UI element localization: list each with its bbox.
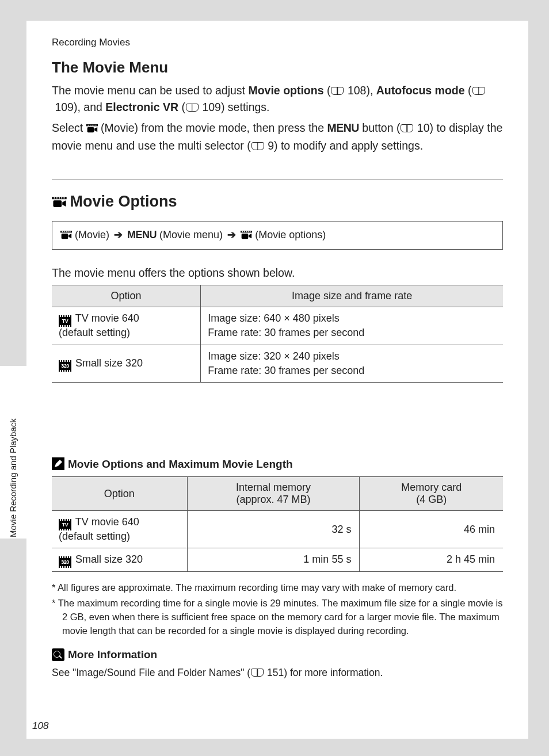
note-title-text: Movie Options and Maximum Movie Length (68, 458, 293, 470)
svg-rect-8 (54, 197, 55, 198)
col-header-memory-card: Memory card (4 GB) (360, 477, 503, 511)
movie-icon (86, 121, 98, 138)
option-name: TV movie 640 (75, 516, 139, 528)
value-internal: 1 min 55 s (187, 548, 360, 571)
col-header-option: Option (52, 477, 187, 511)
col-header-size-rate: Image size and frame rate (201, 285, 503, 307)
film-320-icon: 320 (59, 558, 71, 566)
svg-rect-13 (53, 200, 62, 207)
heading-movie-menu: The Movie Menu (52, 59, 503, 77)
svg-rect-19 (70, 231, 71, 232)
arrow-right-icon: ➔ (227, 229, 236, 240)
svg-rect-23 (244, 231, 245, 232)
pencil-icon (52, 457, 64, 470)
bold-movie-options: Movie options (248, 84, 323, 97)
text: , and (77, 101, 105, 113)
page-number: 108 (32, 720, 48, 732)
option-sub: (default setting) (59, 327, 130, 338)
table-row: TV TV movie 640 (default setting) Image … (52, 307, 503, 345)
svg-rect-20 (62, 234, 68, 239)
book-icon (251, 669, 264, 677)
more-info-text: See "Image/Sound File and Folder Names" … (52, 667, 503, 679)
breadcrumb-menu-label: (Movie menu) (159, 229, 223, 240)
table-intro-text: The movie menu offers the options shown … (52, 265, 503, 281)
spec-line: Frame rate: 30 frames per second (208, 365, 364, 376)
option-name: Small size 320 (75, 357, 143, 369)
page-ref: 9 (268, 139, 274, 152)
footnote-2: * The maximum recording time for a singl… (52, 597, 503, 638)
svg-rect-12 (63, 197, 64, 198)
breadcrumb-options: (Movie options) (255, 229, 326, 240)
text: , (370, 84, 376, 97)
svg-rect-26 (250, 231, 251, 232)
option-name: Small size 320 (75, 553, 143, 565)
col-header-internal-memory: Internal memory (approx. 47 MB) (187, 477, 360, 511)
page-ref: 10 (417, 121, 430, 134)
svg-rect-2 (89, 124, 90, 125)
spec-line: Frame rate: 30 frames per second (208, 327, 364, 338)
side-tab-label: Movie Recording and Playback (8, 406, 22, 550)
film-tv-icon: TV (59, 317, 71, 325)
svg-rect-3 (92, 124, 93, 125)
text: (approx. 47 MB) (237, 494, 311, 505)
page-ref: 109 (55, 101, 74, 113)
film-320-icon: 320 (59, 362, 71, 370)
svg-rect-18 (68, 231, 69, 232)
magnifier-icon (52, 648, 64, 661)
movie-length-table: Option Internal memory (approx. 47 MB) M… (52, 476, 503, 572)
svg-rect-6 (87, 127, 94, 132)
option-name: TV movie 640 (75, 312, 139, 324)
text: ) for more information. (284, 667, 383, 678)
value-card: 46 min (360, 511, 503, 548)
movie-icon (60, 230, 72, 242)
text: ) to modify and apply settings. (274, 139, 423, 152)
movie-icon (241, 230, 252, 242)
svg-rect-11 (61, 197, 62, 198)
text: Select (52, 121, 86, 134)
text: (4 GB) (416, 494, 447, 505)
footnote-1: * All figures are approximate. The maxim… (52, 581, 503, 595)
breadcrumb-menu-word: MENU (127, 229, 157, 240)
text: Internal memory (236, 482, 311, 493)
table-row: 320 Small size 320 1 min 55 s 2 h 45 min (52, 548, 503, 571)
section-divider (52, 180, 503, 180)
svg-rect-25 (248, 231, 249, 232)
heading-movie-options: Movie Options (52, 193, 503, 212)
intro-paragraph-2: Select (Movie) from the movie mode, then… (52, 120, 503, 155)
film-tv-icon: TV (59, 521, 71, 529)
svg-rect-1 (87, 124, 89, 125)
book-icon (186, 104, 199, 112)
text: settings. (224, 101, 269, 113)
text: Memory card (401, 482, 462, 493)
book-icon (251, 142, 264, 150)
section-label: Recording Movies (52, 37, 503, 48)
text: (Movie) from the movie mode, then press … (98, 121, 327, 134)
value-internal: 32 s (187, 511, 360, 548)
spec-line: Image size: 640 × 480 pixels (208, 312, 340, 324)
option-sub: (default setting) (59, 530, 130, 542)
page-ref: 151 (267, 667, 284, 678)
book-icon (472, 87, 485, 95)
col-header-option: Option (52, 285, 201, 307)
text: The movie menu can be used to adjust (52, 84, 248, 97)
footnotes: * All figures are approximate. The maxim… (52, 581, 503, 639)
movie-icon (52, 194, 66, 212)
svg-rect-9 (56, 197, 58, 198)
svg-rect-16 (64, 231, 65, 232)
menu-button-label: MENU (327, 121, 359, 134)
svg-rect-17 (66, 231, 67, 232)
heading-text: Movie Options (70, 193, 177, 210)
text: button ( (359, 121, 401, 134)
note-title-text: More Information (68, 648, 157, 660)
navigation-breadcrumb: (Movie) ➔ MENU (Movie menu) ➔ (Movie opt… (52, 221, 503, 250)
arrow-right-icon: ➔ (114, 229, 123, 240)
spec-line: Image size: 320 × 240 pixels (208, 350, 340, 362)
intro-paragraph-1: The movie menu can be used to adjust Mov… (52, 82, 503, 116)
svg-rect-5 (95, 124, 96, 125)
note-movie-length-title: Movie Options and Maximum Movie Length (52, 457, 503, 471)
bold-autofocus-mode: Autofocus mode (376, 84, 465, 97)
svg-rect-4 (93, 124, 94, 125)
svg-rect-10 (59, 197, 60, 198)
book-icon (331, 87, 344, 95)
text: See "Image/Sound File and Folder Names" … (52, 667, 250, 678)
